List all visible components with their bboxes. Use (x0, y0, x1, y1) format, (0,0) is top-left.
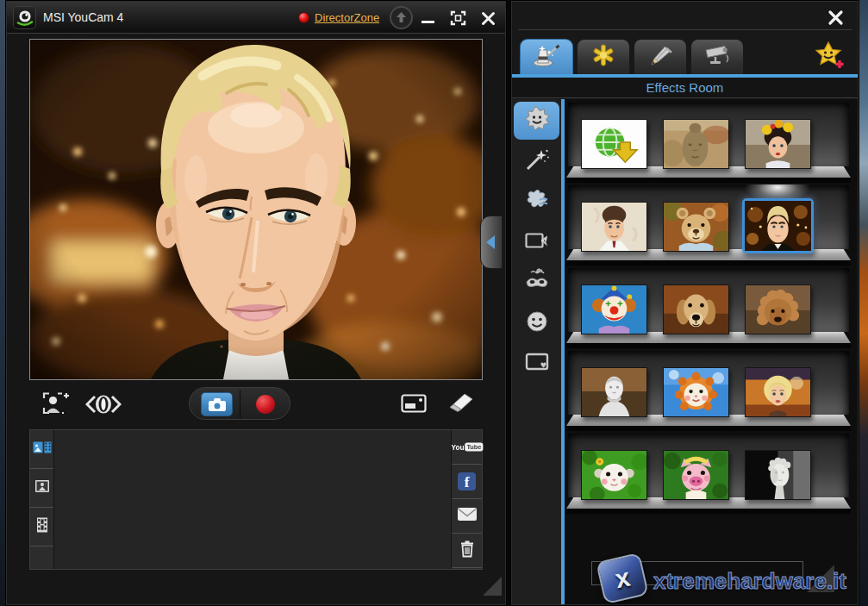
panel-header: Effects Room (512, 78, 858, 98)
effect-thumb-terracotta-warrior[interactable] (663, 119, 729, 169)
effect-thumb-sheep-plush[interactable] (581, 450, 647, 500)
effect-thumb-geisha[interactable] (745, 119, 811, 169)
youtube-you-text: You (451, 443, 464, 451)
monitor-icon (401, 394, 427, 413)
panel-tabs (520, 39, 744, 74)
erase-effects-button[interactable] (446, 390, 475, 413)
tab-effects-room[interactable] (520, 39, 573, 74)
youtube-logo: YouTube (451, 442, 483, 451)
close-icon (827, 9, 844, 26)
close-button[interactable] (474, 8, 502, 28)
resize-grip[interactable] (483, 577, 502, 596)
category-emoticons[interactable] (514, 304, 559, 342)
effects-panel-window: Effects Room (510, 0, 859, 606)
fullscreen-icon (450, 10, 466, 26)
minimize-button[interactable] (415, 8, 440, 28)
panel-title: Effects Room (646, 80, 724, 95)
resize-grip[interactable] (807, 565, 834, 592)
category-sidebar (512, 99, 561, 604)
category-masks[interactable] (514, 264, 559, 302)
category-effects[interactable] (514, 142, 559, 180)
share-column: YouTubef (451, 430, 482, 569)
gallery-content[interactable] (55, 430, 450, 569)
tab-surveillance[interactable] (690, 39, 744, 74)
share-email-button[interactable] (452, 499, 482, 534)
shelf-divider (566, 260, 851, 266)
share-facebook-button[interactable]: f (452, 465, 482, 499)
effect-thumb-david-statue[interactable] (745, 450, 811, 500)
effect-thumb-lincoln-statue[interactable] (581, 367, 647, 417)
frame-butterfly-icon (524, 228, 550, 257)
effect-thumb-poodle[interactable] (745, 284, 811, 334)
category-particles[interactable] (514, 183, 559, 221)
tab-gadgets[interactable] (577, 39, 630, 74)
effect-thumb-lion-plush[interactable] (663, 367, 729, 417)
smiley-icon (525, 309, 549, 337)
effect-thumb-golden-retriever[interactable] (663, 284, 729, 334)
shelf-divider (566, 509, 851, 514)
magic-wand-icon (524, 147, 550, 176)
titlebar[interactable]: MSI YouCam 4 DirectorZone (7, 2, 505, 34)
youcam-logo-icon (13, 6, 36, 29)
window-title: MSI YouCam 4 (43, 10, 123, 24)
tab-draw[interactable] (634, 39, 687, 74)
star-smiley-plus-icon (815, 41, 846, 71)
chevron-left-icon (486, 235, 495, 249)
add-emotion-button[interactable] (814, 41, 846, 72)
magic-hat-icon (532, 43, 561, 71)
pill-divider (240, 390, 240, 418)
gadget-icon (590, 42, 616, 72)
upload-button[interactable] (390, 6, 413, 29)
directorzone-link[interactable]: DirectorZone (315, 11, 379, 24)
main-window: MSI YouCam 4 DirectorZone (5, 0, 507, 606)
effect-thumb-download-more-avatars[interactable] (581, 119, 647, 169)
face-tracking-button[interactable] (85, 394, 122, 415)
trash-icon (459, 540, 475, 561)
eye-icon (85, 394, 122, 415)
share-youtube-button[interactable]: YouTube (452, 430, 482, 465)
effect-thumb-blonde-woman[interactable] (745, 367, 811, 417)
directorzone-area: DirectorZone (298, 2, 379, 34)
gallery-filter-videos[interactable] (30, 508, 53, 547)
pencil-icon (647, 43, 673, 71)
fullscreen-button[interactable] (445, 8, 471, 28)
category-frames[interactable] (514, 345, 559, 383)
capture-pill (189, 387, 290, 420)
share-delete-button[interactable] (452, 534, 482, 568)
envelope-icon (457, 507, 478, 525)
effects-shelf (566, 185, 851, 266)
gallery-filter-all-media[interactable] (30, 430, 53, 469)
effect-thumb-business-man[interactable] (581, 202, 647, 252)
red-status-dot (298, 12, 309, 23)
effects-shelf (566, 103, 851, 183)
titlebar-separator (518, 29, 852, 30)
upload-arrow-icon (395, 11, 408, 24)
effect-thumb-teddy-bear[interactable] (663, 202, 729, 252)
capture-gallery: YouTubef (29, 429, 483, 570)
record-button[interactable] (256, 395, 275, 414)
effects-shelf (566, 351, 851, 431)
effect-thumb-clown[interactable] (581, 284, 647, 334)
category-avatars[interactable] (514, 102, 559, 140)
youtube-tube-text: Tube (465, 442, 483, 451)
star-face-icon (524, 106, 550, 135)
shelf-divider (566, 343, 851, 348)
panel-collapse-tab[interactable] (480, 216, 503, 269)
display-mode-button[interactable] (400, 393, 428, 414)
video-preview[interactable] (29, 39, 483, 380)
snapshot-button[interactable] (201, 392, 233, 416)
effect-thumb-blonde-man[interactable] (742, 198, 814, 253)
cctv-icon (703, 43, 732, 71)
facebook-logo: f (458, 472, 476, 490)
gallery-filter-photos[interactable] (30, 469, 53, 508)
face-login-button[interactable] (41, 390, 70, 417)
photo-video-icon (33, 440, 52, 458)
panel-body (512, 99, 858, 604)
shelf-divider (566, 426, 851, 431)
category-scenes[interactable] (514, 223, 559, 261)
effect-thumb-pig-plush[interactable] (663, 450, 729, 500)
panel-close-button[interactable] (822, 6, 848, 28)
shelf-divider (566, 178, 851, 183)
effects-shelves (566, 103, 851, 516)
gallery-filter-column (30, 430, 54, 569)
